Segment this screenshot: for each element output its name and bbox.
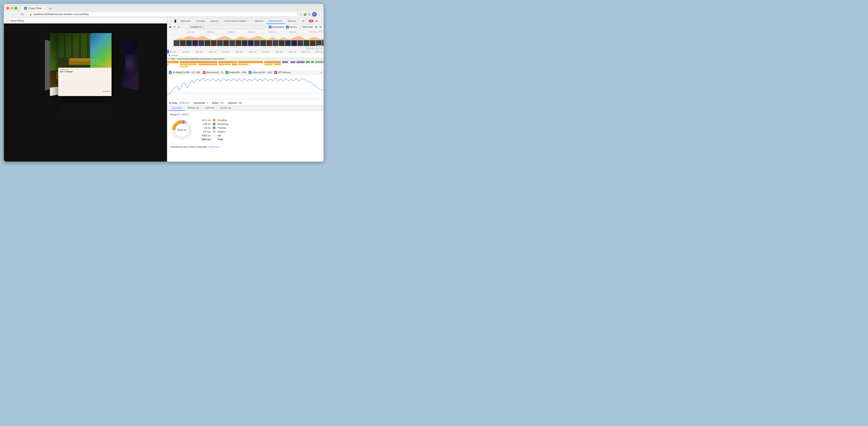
memory-section: JS Heap[10.5 MB – 12.7 MB] Documents[5 –…: [167, 70, 323, 105]
detail-1000ms: 1000 ms: [182, 51, 189, 53]
screenshot-thumb-13: [248, 40, 254, 46]
painting-color: [213, 126, 215, 129]
cover-center: VOLUME ONE OR + 1 THEORY DAB RECORDS: [58, 33, 112, 96]
tab-event-log[interactable]: Event Log: [218, 105, 234, 111]
rendering-color: [213, 123, 215, 125]
documents-stat: Documents: 5: [194, 102, 208, 104]
show-debug-checkbox[interactable]: [6, 19, 9, 22]
tab-performance-insights[interactable]: Performance insights ⚠: [222, 18, 252, 24]
minimize-button[interactable]: [10, 7, 13, 9]
cast-icon[interactable]: ⊡: [308, 12, 311, 16]
scripting-ms: 1611 ms: [198, 119, 211, 121]
flame-chart[interactable]: [167, 61, 323, 70]
inspect-icon[interactable]: ⬚: [170, 20, 172, 23]
record-icon[interactable]: ⏺: [169, 25, 172, 29]
svg-rect-1: [167, 64, 169, 65]
scripting-color: [213, 119, 215, 121]
tab-bar: ⚡ Cover Flow × +: [21, 5, 321, 11]
system-ms: 275 ms: [198, 131, 211, 133]
summary-content: 6220 ms 1611 ms Scripting 238 ms Renderi…: [170, 118, 320, 142]
tab-bottom-up[interactable]: Bottom-Up: [185, 105, 202, 111]
perf-settings-icon[interactable]: ⚙: [319, 25, 322, 29]
screenshot-strip: [174, 40, 323, 47]
screenshot-thumb-11: [236, 40, 241, 46]
webvitals-checkbox-item: Web Vitals: [300, 26, 313, 28]
screenshot-thumb-25: [322, 40, 323, 46]
svg-rect-9: [264, 61, 281, 63]
browser-tab[interactable]: ⚡ Cover Flow ×: [21, 5, 48, 11]
memory-chart-area[interactable]: [167, 75, 323, 101]
gpu-memory-legend-label: GPU Memory: [278, 71, 291, 74]
refresh-record-icon[interactable]: ↺: [174, 25, 176, 29]
tab-close-button[interactable]: ×: [43, 7, 44, 9]
trash-icon[interactable]: 🗑: [315, 26, 317, 29]
main-thread-expand-icon[interactable]: ▼: [168, 58, 170, 60]
memory-checkbox[interactable]: [286, 26, 289, 28]
extensions-icon[interactable]: 🧩: [303, 12, 307, 16]
menu-icon[interactable]: ⋮: [318, 12, 321, 16]
gpu-memory-checkbox[interactable]: [274, 71, 277, 74]
ruler-6000: 6000 ms: [283, 31, 303, 33]
tab-favicon: ⚡: [24, 7, 27, 10]
tab-performance[interactable]: Performance: [267, 18, 285, 24]
detail-4500ms: 4500 ms: [275, 51, 283, 53]
new-tab-button[interactable]: +: [49, 6, 52, 11]
webvitals-checkbox[interactable]: [300, 26, 302, 28]
listeners-legend: Listeners[142 – 142]: [249, 71, 272, 74]
js-heap-checkbox[interactable]: [169, 71, 172, 74]
documents-checkbox[interactable]: [203, 71, 206, 74]
show-debug-label[interactable]: Show Debug: [6, 19, 24, 22]
screenshot-thumb-2: [180, 40, 186, 46]
summary-row-total: 6220 ms Total: [198, 138, 320, 141]
tab-memory[interactable]: Memory: [285, 18, 299, 24]
devtools-more-button[interactable]: ⋮: [320, 19, 323, 23]
listeners-checkbox[interactable]: [249, 71, 251, 74]
screenshot-thumb-5: [198, 40, 204, 46]
screenshots-checkbox[interactable]: [269, 26, 272, 28]
nodes-stat: Nodes: 304: [212, 102, 223, 104]
maximize-button[interactable]: [14, 7, 17, 9]
detail-2000ms: 2000 ms: [209, 51, 216, 53]
back-button[interactable]: ←: [6, 12, 11, 17]
address-bar[interactable]: 🔒 localhost:3000/demo/view-timeline-css/…: [26, 12, 298, 17]
heap-range-bar: 10.5 MB – 12.7 MB: [167, 47, 323, 50]
device-icon[interactable]: 📱: [174, 20, 177, 23]
tab-summary[interactable]: Summary: [169, 105, 185, 111]
screenshot-thumb-7: [211, 40, 217, 46]
learn-more-link[interactable]: Learn more: [208, 146, 219, 148]
tab-console[interactable]: Console: [194, 18, 207, 24]
reload-button[interactable]: ↻: [20, 12, 25, 17]
perf-checkboxes: Screenshots Memory Web Vitals 🗑: [269, 26, 317, 29]
timer-icon[interactable]: ◷: [178, 25, 180, 29]
profile-avatar[interactable]: P: [312, 12, 317, 17]
bookmark-star-icon[interactable]: ☆: [299, 12, 302, 16]
summary-row-system: 275 ms System: [198, 130, 320, 134]
detail-3500ms: 3500 ms: [249, 51, 256, 53]
more-tools-button[interactable]: ≫: [300, 18, 308, 24]
tab-call-tree[interactable]: Call Tree: [202, 105, 218, 111]
screenshot-thumb-12: [242, 40, 248, 46]
tab-elements[interactable]: Elements: [178, 18, 193, 24]
svg-rect-0: [167, 61, 171, 63]
frames-expand-icon[interactable]: ▶: [169, 54, 170, 57]
download-icon[interactable]: ↓: [185, 25, 186, 29]
memory-section-toggle[interactable]: ≡: [320, 71, 322, 74]
upload-icon[interactable]: ↑: [182, 25, 183, 29]
tab-network[interactable]: Network: [252, 18, 266, 24]
nav-bar: ← → ↻ 🔒 localhost:3000/demo/view-timelin…: [4, 11, 323, 18]
svg-rect-10: [264, 64, 272, 65]
svg-rect-18: [198, 64, 217, 65]
url-text: localhost:3000/demo/view-timeline-css/co…: [33, 13, 89, 16]
tab-sources[interactable]: Sources: [208, 18, 221, 24]
cover-flow-scene: DAB RECORDS: [4, 24, 167, 162]
nodes-checkbox[interactable]: [226, 71, 228, 74]
devtools-settings-button[interactable]: ⚙: [315, 19, 318, 23]
forward-button[interactable]: →: [13, 12, 18, 17]
page-area: Show Debug: [4, 18, 167, 162]
svg-rect-13: [297, 61, 305, 63]
close-button[interactable]: [6, 7, 9, 9]
summary-range: Range: 0 – 6.22 s: [170, 113, 320, 116]
timeline-overview[interactable]: NET: [167, 34, 323, 47]
profile-select[interactable]: localhost #1 ▼: [189, 25, 266, 29]
svg-rect-20: [273, 64, 281, 65]
